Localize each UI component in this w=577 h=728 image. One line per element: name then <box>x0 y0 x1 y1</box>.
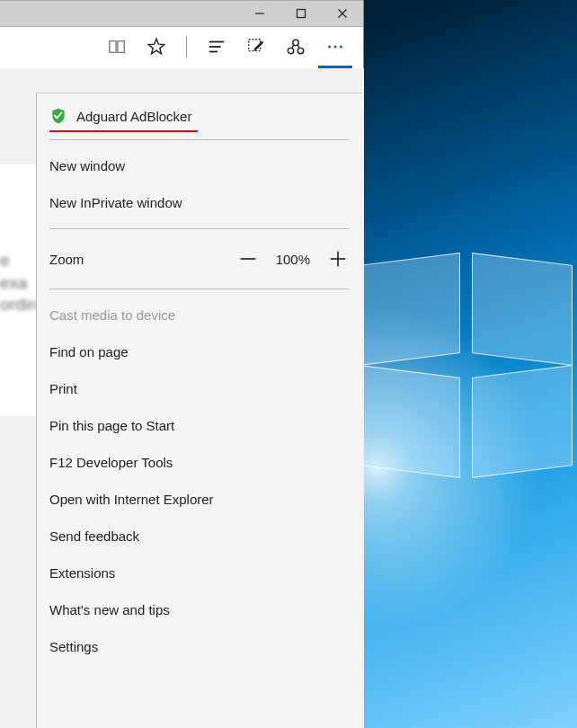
maximize-icon <box>296 8 306 19</box>
close-icon <box>337 8 348 19</box>
browser-toolbar <box>0 27 363 67</box>
svg-rect-1 <box>297 10 306 18</box>
minimize-icon <box>254 8 265 19</box>
svg-line-11 <box>292 45 294 49</box>
svg-point-14 <box>333 45 336 48</box>
pen-note-icon <box>246 37 266 57</box>
menu-item-whatsnew[interactable]: What's new and tips <box>49 591 350 628</box>
share-icon <box>286 37 306 57</box>
svg-point-10 <box>297 48 303 53</box>
shield-icon <box>49 107 67 125</box>
menu-separator <box>49 228 350 229</box>
menu-item-find[interactable]: Find on page <box>49 333 350 370</box>
toolbar-divider <box>186 36 187 58</box>
zoom-out-button[interactable] <box>236 247 260 271</box>
svg-point-8 <box>293 40 298 45</box>
menu-item-open-ie[interactable]: Open with Internet Explorer <box>49 481 350 518</box>
more-button[interactable] <box>325 37 345 57</box>
menu-item-print[interactable]: Print <box>49 370 350 407</box>
menu-separator <box>49 139 350 140</box>
svg-line-12 <box>297 45 299 49</box>
extension-label: Adguard AdBlocker <box>76 109 191 124</box>
zoom-label: Zoom <box>49 252 84 267</box>
menu-item-feedback[interactable]: Send feedback <box>49 518 350 555</box>
reading-view-button[interactable] <box>107 37 127 57</box>
star-icon <box>146 37 166 57</box>
more-icon <box>325 37 345 57</box>
share-button[interactable] <box>286 37 306 57</box>
menu-item-extensions[interactable]: Extensions <box>49 555 350 591</box>
webnote-button[interactable] <box>246 37 266 57</box>
menu-item-zoom: Zoom 100% <box>49 236 350 281</box>
menu-item-settings[interactable]: Settings <box>49 628 350 665</box>
extension-item-adguard[interactable]: Adguard AdBlocker <box>49 104 198 132</box>
menu-item-devtools[interactable]: F12 Developer Tools <box>49 444 350 481</box>
minus-icon <box>238 249 258 269</box>
svg-point-15 <box>340 45 342 48</box>
zoom-in-button[interactable] <box>326 247 350 271</box>
more-menu-dropdown: Adguard AdBlocker New window New InPriva… <box>36 93 362 728</box>
maximize-button[interactable] <box>280 1 322 26</box>
minimize-button[interactable] <box>239 1 280 26</box>
hub-icon <box>207 37 226 57</box>
window-titlebar <box>0 0 363 27</box>
page-content-sliver: e exaordina <box>0 164 36 416</box>
edge-browser-window: e exaordina Adguard AdBlocker New window… <box>0 0 364 728</box>
menu-item-new-inprivate[interactable]: New InPrivate window <box>49 184 350 221</box>
zoom-value: 100% <box>276 252 310 267</box>
svg-point-9 <box>288 48 293 53</box>
hub-button[interactable] <box>207 37 226 57</box>
favorite-button[interactable] <box>146 37 166 57</box>
reading-view-icon <box>107 37 127 57</box>
menu-item-pin[interactable]: Pin this page to Start <box>49 407 350 444</box>
menu-item-new-window[interactable]: New window <box>49 147 350 184</box>
close-button[interactable] <box>322 1 363 26</box>
menu-item-cast: Cast media to device <box>49 297 350 333</box>
plus-icon <box>328 249 348 269</box>
menu-separator <box>49 289 350 289</box>
svg-point-13 <box>328 45 331 48</box>
